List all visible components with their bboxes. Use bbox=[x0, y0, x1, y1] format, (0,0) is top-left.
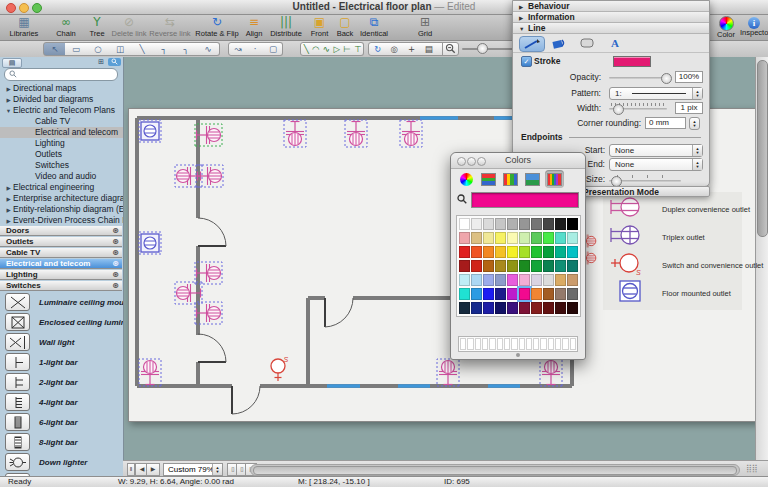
color-swatch[interactable] bbox=[507, 260, 518, 272]
color-swatch[interactable] bbox=[567, 274, 578, 286]
colors-dialog-titlebar[interactable]: Colors bbox=[451, 153, 585, 169]
stroke-tab-icon[interactable] bbox=[519, 36, 545, 52]
library-item-wall-light[interactable]: Wall light bbox=[5, 332, 74, 352]
recent-color-slot[interactable] bbox=[497, 338, 503, 350]
floor-outlet-symbol[interactable] bbox=[139, 232, 161, 254]
color-swatch[interactable] bbox=[543, 246, 554, 258]
gear-icon[interactable]: ⊛ bbox=[112, 281, 119, 291]
recent-color-slot[interactable] bbox=[562, 338, 568, 350]
color-swatch[interactable] bbox=[567, 232, 578, 244]
color-swatch[interactable] bbox=[483, 288, 494, 300]
color-swatch[interactable] bbox=[519, 246, 530, 258]
color-swatch[interactable] bbox=[483, 260, 494, 272]
color-swatch[interactable] bbox=[555, 302, 566, 314]
opacity-value-field[interactable]: 100% bbox=[675, 71, 703, 83]
color-swatch[interactable] bbox=[459, 260, 470, 272]
recent-color-slot[interactable] bbox=[504, 338, 510, 350]
library-item-luminaire-ceiling-mount[interactable]: Luminaire ceiling mount bbox=[5, 292, 124, 312]
color-swatch[interactable] bbox=[471, 218, 482, 230]
crayons-icon[interactable] bbox=[545, 170, 564, 188]
color-swatch[interactable] bbox=[471, 274, 482, 286]
sidebar-tree-electrical-engineering[interactable]: ▶Electrical engineering bbox=[0, 182, 124, 193]
color-swatch[interactable] bbox=[555, 274, 566, 286]
drag-handle-icon[interactable] bbox=[516, 353, 520, 357]
color-swatch[interactable] bbox=[531, 302, 542, 314]
toolbar-libraries-button[interactable]: ▦Libraries bbox=[2, 15, 46, 40]
curve-connector-tool[interactable]: ∿ bbox=[197, 42, 220, 56]
color-swatch[interactable] bbox=[507, 274, 518, 286]
color-sliders-icon[interactable] bbox=[479, 170, 498, 188]
sidebar-tree-outlets[interactable]: Outlets bbox=[0, 149, 124, 160]
color-swatch[interactable] bbox=[543, 218, 554, 230]
sidebar-tree-electric-and-telecom-plans[interactable]: ▼Electric and Telecom Plans bbox=[0, 105, 124, 116]
color-swatch[interactable] bbox=[483, 274, 494, 286]
rect-tool[interactable]: ▭ bbox=[65, 42, 88, 56]
sidebar-tree-entity-relationship-diagram-erd-[interactable]: ▶Entity-relationship diagram (ERD) bbox=[0, 204, 124, 215]
color-swatch[interactable] bbox=[543, 260, 554, 272]
current-color-bar[interactable] bbox=[471, 192, 579, 208]
color-swatch[interactable] bbox=[507, 302, 518, 314]
color-swatch[interactable] bbox=[495, 218, 506, 230]
color-swatch[interactable] bbox=[543, 288, 554, 300]
direct-connector-tool[interactable]: ╲ bbox=[131, 42, 154, 56]
presentation-mode-header[interactable]: ▶Presentation Mode bbox=[568, 186, 710, 197]
select-tool[interactable]: ↖ bbox=[43, 42, 67, 56]
grid-view-icon[interactable]: ⊞ bbox=[95, 58, 107, 66]
color-swatch[interactable] bbox=[519, 274, 530, 286]
library-section-outlets[interactable]: Outlets⊛ bbox=[0, 237, 122, 247]
color-swatch[interactable] bbox=[519, 232, 530, 244]
smart-connector-tool[interactable]: ↝ bbox=[228, 42, 248, 56]
zoom-tool[interactable]: ◎ bbox=[385, 42, 403, 56]
color-swatch[interactable] bbox=[471, 246, 482, 258]
color-swatch[interactable] bbox=[459, 274, 470, 286]
color-swatch[interactable] bbox=[531, 274, 542, 286]
color-swatch[interactable] bbox=[567, 218, 578, 230]
angle-connector-tool[interactable]: ┐ bbox=[153, 42, 176, 56]
recent-color-slot[interactable] bbox=[540, 338, 546, 350]
recent-color-slot[interactable] bbox=[533, 338, 539, 350]
line-section-header[interactable]: ▼Line bbox=[513, 23, 709, 34]
vtree-tool[interactable]: ⊤ bbox=[353, 42, 365, 56]
color-swatch[interactable] bbox=[543, 274, 554, 286]
color-swatch[interactable] bbox=[567, 246, 578, 258]
color-swatch[interactable] bbox=[519, 302, 530, 314]
floor-outlet-symbol[interactable] bbox=[139, 120, 161, 142]
information-section-header[interactable]: ▶Information bbox=[513, 12, 709, 23]
gear-icon[interactable]: ⊛ bbox=[112, 270, 119, 280]
stroke-checkbox[interactable]: ✓ bbox=[521, 56, 532, 67]
vertical-scrollbar-thumb[interactable] bbox=[757, 60, 768, 237]
toolbar-tree-button[interactable]: YTree bbox=[85, 15, 109, 40]
zoom-slider[interactable] bbox=[462, 48, 518, 50]
sidebar-tree-cable-tv[interactable]: Cable TV bbox=[0, 116, 124, 127]
chevron-right-icon[interactable]: ▶ bbox=[4, 216, 13, 226]
color-swatch[interactable] bbox=[495, 288, 506, 300]
color-swatch[interactable] bbox=[543, 232, 554, 244]
color-swatch[interactable] bbox=[495, 260, 506, 272]
next-page-button[interactable]: ▶ bbox=[146, 463, 160, 476]
color-swatch[interactable] bbox=[471, 260, 482, 272]
library-item-1-light-bar[interactable]: 1-light bar bbox=[5, 352, 78, 372]
minimize-icon[interactable] bbox=[19, 3, 29, 13]
color-swatch[interactable] bbox=[507, 246, 518, 258]
library-section-lighting[interactable]: Lighting⊛ bbox=[0, 270, 122, 280]
end-dropdown[interactable]: None ▲▼ bbox=[609, 158, 703, 171]
toolbar-back-button[interactable]: ▢Back bbox=[333, 15, 357, 40]
color-swatch[interactable] bbox=[555, 232, 566, 244]
split-shape-tool[interactable]: ◫ bbox=[109, 42, 132, 56]
color-swatch[interactable] bbox=[567, 288, 578, 300]
color-swatch[interactable] bbox=[471, 288, 482, 300]
color-swatch[interactable] bbox=[519, 218, 530, 230]
corner-rounding-field[interactable]: 0 mm bbox=[645, 117, 686, 129]
color-swatch[interactable] bbox=[495, 302, 506, 314]
sidebar-tree-directional-maps[interactable]: ▶Directional maps bbox=[0, 83, 124, 94]
color-swatch[interactable] bbox=[567, 260, 578, 272]
sidebar-tree-divided-bar-diagrams[interactable]: ▶Divided bar diagrams bbox=[0, 94, 124, 105]
stamp-tool[interactable]: ▤ bbox=[420, 42, 438, 56]
stroke-color-swatch[interactable] bbox=[613, 56, 651, 67]
color-swatch[interactable] bbox=[555, 260, 566, 272]
chevron-right-icon[interactable]: ▶ bbox=[4, 183, 13, 193]
library-item-4-light-bar[interactable]: 4-light bar bbox=[5, 392, 78, 412]
chevron-right-icon[interactable]: ▶ bbox=[4, 84, 13, 94]
close-icon[interactable] bbox=[457, 157, 466, 166]
shape-tab-icon[interactable] bbox=[575, 36, 599, 50]
